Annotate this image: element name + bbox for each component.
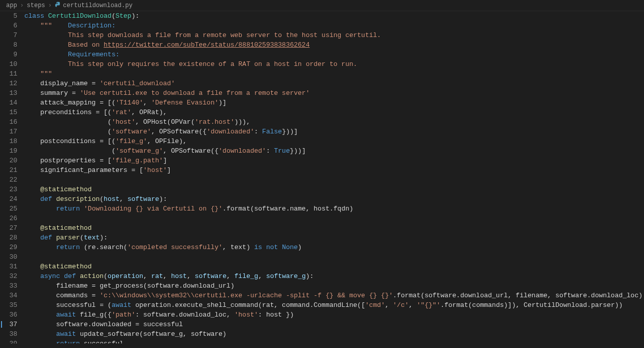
code-line[interactable]: summary = 'Use certutil.exe to download … (24, 88, 644, 98)
line-number: 17 (0, 127, 17, 136)
line-number: 26 (0, 214, 17, 223)
line-number: 18 (0, 136, 17, 146)
line-number: 16 (0, 117, 17, 127)
line-number: 11 (0, 69, 17, 79)
breadcrumb-sep: › (20, 2, 24, 9)
line-number: 14 (0, 98, 17, 108)
line-number: 10 (0, 59, 17, 69)
code-line[interactable]: successful = (await operation.execute_sh… (24, 300, 644, 310)
line-number: 28 (0, 233, 17, 242)
line-number: 29 (0, 242, 17, 252)
line-number: 23 (0, 185, 17, 194)
code-line[interactable]: ('software_g', OPSoftware({'downloaded':… (24, 146, 644, 156)
code-line[interactable]: class CertutilDownload(Step): (24, 11, 644, 21)
code-line[interactable]: This step downloads a file from a remote… (24, 30, 644, 40)
code-line[interactable]: attack_mapping = [('T1140', 'Defense Eva… (24, 98, 644, 108)
line-number: 38 (0, 329, 17, 339)
code-line[interactable]: software.downloaded = successful (24, 320, 644, 329)
line-number: 15 (0, 108, 17, 117)
breadcrumb-root[interactable]: app (6, 2, 17, 9)
code-line[interactable]: postconditions = [('file_g', OPFile), (24, 136, 644, 146)
line-number: 31 (0, 262, 17, 271)
code-line[interactable] (24, 214, 644, 223)
line-number: 21 (0, 165, 17, 175)
code-line[interactable]: return (re.search('completed successfull… (24, 242, 644, 252)
code-line[interactable]: def description(host, software): (24, 194, 644, 204)
code-line[interactable]: await file_g({'path': software.download_… (24, 310, 644, 320)
line-number: 39 (0, 339, 17, 343)
code-line[interactable] (24, 252, 644, 262)
code-line[interactable]: def parser(text): (24, 233, 644, 242)
code-line[interactable]: commands = 'c:\\windows\\system32\\certu… (24, 291, 644, 300)
line-number: 13 (0, 88, 17, 98)
code-area[interactable]: class CertutilDownload(Step): """ Descri… (24, 11, 644, 348)
code-line[interactable]: @staticmethod (24, 223, 644, 233)
line-number: 24 (0, 194, 17, 204)
breadcrumb-folder[interactable]: steps (27, 2, 45, 9)
line-number: 8 (0, 40, 17, 50)
code-line[interactable]: display_name = 'certutil_download' (24, 79, 644, 88)
line-number: 35 (0, 300, 17, 310)
breadcrumb-sep: › (48, 2, 52, 9)
code-line[interactable]: return 'Downloading {} via Certutil on {… (24, 204, 644, 214)
code-line[interactable]: async def action(operation, rat, host, s… (24, 271, 644, 281)
code-line[interactable]: ('software', OPSoftware({'downloaded': F… (24, 127, 644, 136)
code-line[interactable]: significant_parameters = ['host'] (24, 165, 644, 175)
line-number: 27 (0, 223, 17, 233)
code-line[interactable]: preconditions = [('rat', OPRat), (24, 108, 644, 117)
line-number: 22 (0, 175, 17, 185)
line-number: 32 (0, 271, 17, 281)
code-line[interactable]: ('host', OPHost(OPVar('rat.host'))), (24, 117, 644, 127)
code-line[interactable]: return successful (24, 339, 644, 343)
line-number: 9 (0, 50, 17, 59)
code-line[interactable]: This step only requires the existence of… (24, 59, 644, 69)
line-number-gutter: 5678910111213141516171819202122232425262… (0, 11, 24, 348)
line-number: 20 (0, 156, 17, 165)
line-number: 34 (0, 291, 17, 300)
line-number: 36 (0, 310, 17, 320)
code-line[interactable]: Requirements: (24, 50, 644, 59)
breadcrumb-file[interactable]: certutildownload.py (63, 2, 133, 9)
code-editor[interactable]: 5678910111213141516171819202122232425262… (0, 11, 644, 348)
line-number: 19 (0, 146, 17, 156)
line-number: 5 (0, 11, 17, 21)
breadcrumb[interactable]: app › steps › certutildownload.py (0, 0, 644, 11)
code-line[interactable]: @staticmethod (24, 185, 644, 194)
line-number: 37 (0, 320, 17, 329)
line-number: 25 (0, 204, 17, 214)
code-line[interactable]: """ (24, 69, 644, 79)
code-line[interactable]: filename = get_process(software.download… (24, 281, 644, 291)
line-number: 30 (0, 252, 17, 262)
code-line[interactable] (24, 175, 644, 185)
code-line[interactable]: postproperties = ['file_g.path'] (24, 156, 644, 165)
code-line[interactable]: @staticmethod (24, 262, 644, 271)
code-line[interactable]: """ Description: (24, 21, 644, 30)
line-number: 7 (0, 30, 17, 40)
line-number: 33 (0, 281, 17, 291)
code-line[interactable]: Based on https://twitter.com/subTee/stat… (24, 40, 644, 50)
python-file-icon (55, 2, 61, 10)
code-line[interactable]: await update_software(software_g, softwa… (24, 329, 644, 339)
line-number: 6 (0, 21, 17, 30)
line-number: 12 (0, 79, 17, 88)
